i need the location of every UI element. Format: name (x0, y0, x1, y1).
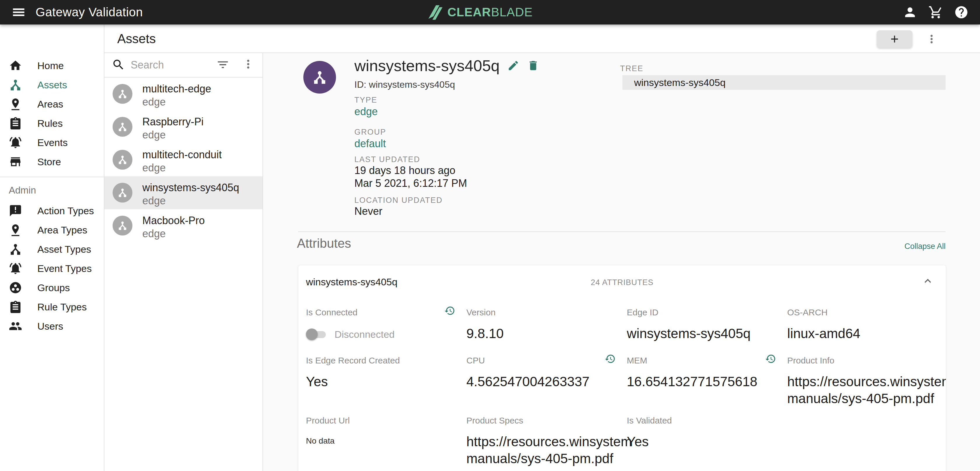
sidebar-item-events[interactable]: Events (0, 133, 104, 152)
sidebar: Home Assets Areas Rules Events Store (0, 24, 104, 471)
gateway-validation-app: Gateway Validation CLEARBLADE (0, 0, 980, 471)
delete-icon[interactable] (527, 59, 539, 72)
bell-icon (9, 262, 22, 275)
group-work-icon (9, 281, 22, 294)
asset-title: winsystems-sys405q (355, 57, 500, 75)
filter-icon[interactable] (216, 58, 229, 71)
asset-list-item-multitech-edge[interactable]: multitech-edge edge (104, 78, 262, 111)
type-label: TYPE (355, 95, 377, 105)
sidebar-item-rules[interactable]: Rules (0, 114, 104, 133)
asset-list-panel: multitech-edge edge Raspberry-Pi edge mu… (104, 52, 263, 471)
add-asset-button[interactable] (877, 30, 912, 48)
asset-list-item-winsystems-sys405q[interactable]: winsystems-sys405q edge (104, 176, 262, 209)
sidebar-item-areas[interactable]: Areas (0, 94, 104, 114)
history-icon[interactable] (605, 353, 616, 364)
plus-icon (889, 33, 900, 45)
chevron-up-icon[interactable] (921, 274, 934, 287)
tree-selected-item[interactable]: winsystems-sys405q (622, 75, 946, 90)
asset-list-item-macbook-pro[interactable]: Macbook-Pro edge (104, 209, 262, 242)
type-value-link[interactable]: edge (355, 106, 378, 118)
attributes-card: winsystems-sys405q 24 ATTRIBUTES Is Conn… (298, 265, 946, 471)
sidebar-item-home[interactable]: Home (0, 56, 104, 75)
asset-list-item-multitech-conduit[interactable]: multitech-conduit edge (104, 143, 262, 176)
asset-avatar (113, 216, 132, 236)
help-icon[interactable] (954, 5, 969, 20)
is-connected-toggle[interactable] (306, 328, 327, 340)
asset-avatar (113, 117, 132, 137)
app-bar: Gateway Validation CLEARBLADE (0, 0, 980, 24)
sidebar-item-assets[interactable]: Assets (0, 75, 104, 94)
search-icon (112, 58, 125, 71)
attribute-cell-product-url: Product Url No data (306, 415, 458, 446)
collapse-all-link[interactable]: Collapse All (298, 242, 946, 251)
home-icon (9, 59, 22, 72)
attribute-cell-os-arch: OS-ARCH linux-amd64 (787, 307, 946, 342)
logo-text-clear: CLEAR (447, 5, 491, 19)
feedback-icon (9, 204, 22, 217)
clearblade-logo: CLEARBLADE (426, 0, 533, 24)
location-updated-value: Never (355, 205, 382, 217)
attribute-cell-product-specs: Product Specs https://resources.winsyste… (466, 415, 618, 467)
attribute-cell-product-info: Product Info https://resources.winsystem… (787, 355, 946, 407)
last-updated-relative: 19 days 18 hours ago (355, 164, 455, 177)
attribute-cell-is-connected: Is Connected Disconnected (306, 307, 458, 340)
attributes-divider (298, 232, 946, 232)
logo-text-blade: BLADE (491, 5, 533, 19)
assets-menu-kebab-icon[interactable] (924, 31, 939, 47)
account-icon[interactable] (902, 5, 918, 20)
search-input[interactable] (130, 57, 213, 73)
sidebar-item-asset-types[interactable]: Asset Types (0, 239, 104, 259)
last-updated-label: LAST UPDATED (355, 155, 420, 164)
clipboard-icon (9, 117, 22, 130)
edit-icon[interactable] (507, 59, 519, 72)
sidebar-admin-label: Admin (9, 185, 104, 196)
asset-avatar (113, 84, 132, 104)
asset-id-line: ID: winsystems-sys405q (355, 79, 455, 90)
sidebar-divider (0, 177, 104, 177)
attribute-cell-edge-id: Edge ID winsystems-sys405q (627, 307, 778, 342)
attribute-cell-cpu: CPU 4.562547004263337 (466, 355, 618, 390)
location-updated-label: LOCATION UPDATED (355, 196, 443, 205)
page-title: Assets (117, 32, 156, 46)
attribute-cell-is-validated: Is Validated Yes (627, 415, 778, 450)
attribute-cell-is-edge-record-created: Is Edge Record Created Yes (306, 355, 458, 390)
hamburger-menu-icon[interactable] (11, 5, 26, 20)
asset-detail-avatar (303, 61, 336, 94)
asset-hub-icon (9, 78, 22, 92)
people-icon (9, 319, 22, 333)
attribute-cell-version: Version 9.8.10 (466, 307, 618, 342)
storefront-icon (9, 155, 22, 168)
sidebar-item-event-types[interactable]: Event Types (0, 259, 104, 278)
group-value-link[interactable]: default (355, 138, 386, 150)
sidebar-item-users[interactable]: Users (0, 317, 104, 336)
assets-header: Assets (104, 24, 980, 53)
search-kebab-icon[interactable] (242, 57, 255, 71)
sidebar-item-groups[interactable]: Groups (0, 278, 104, 297)
tree-label: TREE (620, 64, 643, 73)
sidebar-item-area-types[interactable]: Area Types (0, 220, 104, 239)
asset-avatar (113, 183, 132, 203)
is-connected-state: Disconnected (334, 329, 395, 340)
history-icon[interactable] (765, 353, 776, 364)
group-label: GROUP (355, 128, 386, 137)
sidebar-item-store[interactable]: Store (0, 152, 104, 171)
last-updated-timestamp: Mar 5 2021, 6:12:17 PM (355, 177, 467, 189)
sidebar-item-rule-types[interactable]: Rule Types (0, 297, 104, 317)
attribute-cell-mem: MEM 16.654132771575618 (627, 355, 778, 390)
place-pin-icon (9, 223, 22, 237)
asset-hub-icon (9, 243, 22, 256)
asset-avatar (113, 150, 132, 170)
asset-detail-pane: winsystems-sys405q ID: winsystems-sys405… (263, 52, 980, 471)
clipboard-icon (9, 300, 22, 314)
store-cart-icon[interactable] (928, 5, 943, 20)
app-title: Gateway Validation (36, 5, 143, 19)
attributes-count: 24 ATTRIBUTES (298, 278, 946, 287)
asset-search-bar (104, 52, 262, 78)
place-pin-icon (9, 97, 22, 111)
asset-list-item-raspberry-pi[interactable]: Raspberry-Pi edge (104, 111, 262, 143)
history-icon[interactable] (444, 305, 455, 316)
sidebar-item-action-types[interactable]: Action Types (0, 201, 104, 220)
bell-icon (9, 136, 22, 149)
clearblade-logo-icon (426, 3, 444, 21)
